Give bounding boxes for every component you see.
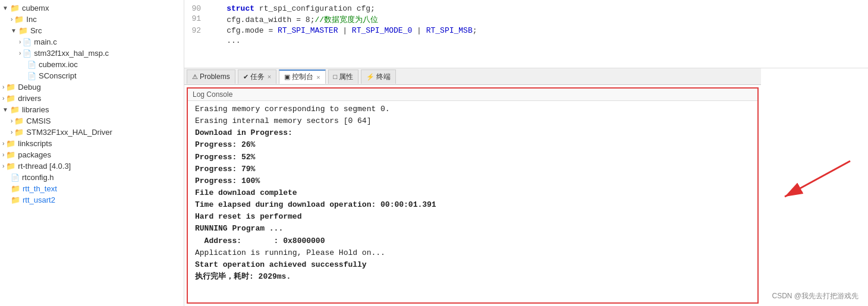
- console-line: Application is running, Please Hold on..…: [195, 247, 750, 259]
- file-icon: 📄: [23, 49, 32, 58]
- tab-终端[interactable]: ⚡ 终端: [361, 70, 396, 84]
- sidebar-item[interactable]: ▼📁cubemx: [0, 2, 184, 14]
- folder-icon: 📁: [6, 139, 15, 148]
- folder-icon: 📁: [11, 195, 20, 204]
- arrow-icon: ▼: [11, 27, 17, 34]
- sidebar-item-label: cubemx: [22, 4, 49, 12]
- sidebar-item-label: stm32f1xx_hal_msp.c: [34, 49, 109, 58]
- tab-label: 任务: [250, 72, 265, 82]
- tab-label: 终端: [376, 72, 391, 82]
- sidebar-item-label: STM32F1xx_HAL_Driver: [26, 128, 112, 137]
- line-code: ...: [208, 36, 241, 45]
- watermark: CSDN @我先去打把游戏先: [772, 291, 858, 301]
- sidebar-item-label: drivers: [18, 94, 41, 103]
- tab-close-icon[interactable]: ×: [316, 74, 320, 81]
- sidebar-item[interactable]: ›📁STM32F1xx_HAL_Driver: [0, 127, 184, 138]
- sidebar-item[interactable]: ›📁linkscripts: [0, 138, 184, 149]
- console-line: Progress: 52%: [195, 152, 750, 163]
- sidebar-item[interactable]: 📄rtconfig.h: [0, 172, 184, 183]
- main-area: 90 struct rt_spi_configuration cfg; 91 c…: [184, 0, 868, 306]
- arrow-icon: ›: [2, 84, 4, 90]
- console-panel: Log Console Erasing memory corresponding…: [187, 87, 759, 304]
- folder-icon: 📁: [6, 94, 15, 103]
- arrow-icon: ›: [2, 95, 4, 102]
- line-number: 90: [184, 4, 208, 13]
- sidebar-item[interactable]: ›📁Inc: [0, 14, 184, 25]
- red-arrow-icon: [773, 155, 856, 209]
- line-code: cfg.data_width = 8;//数据宽度为八位: [208, 14, 378, 25]
- tab-icon: ✔: [243, 73, 249, 81]
- console-line: Progress: 79%: [195, 163, 750, 175]
- folder-icon: 📁: [6, 162, 15, 171]
- arrow-icon: ▼: [2, 106, 8, 113]
- console-line: Download in Progress:: [195, 127, 750, 139]
- code-line: 92 cfg.mode = RT_SPI_MASTER | RT_SPI_MOD…: [184, 26, 868, 36]
- file-icon: 📄: [11, 173, 20, 182]
- sidebar-item-label: cubemx.ioc: [39, 60, 78, 69]
- console-line: Erasing memory corresponding to segment …: [195, 103, 750, 115]
- console-line: Progress: 100%: [195, 175, 750, 187]
- arrow-area: [761, 68, 868, 306]
- console-line: Hard reset is performed: [195, 211, 750, 223]
- tab-icon: ▣: [284, 73, 290, 81]
- folder-icon: 📁: [11, 184, 20, 193]
- sidebar-item[interactable]: ▼📁libraries: [0, 104, 184, 115]
- tab-close-icon[interactable]: ×: [268, 73, 271, 80]
- tab-label: 属性: [339, 72, 353, 82]
- tab-icon: □: [334, 73, 338, 80]
- console-line: File download complete: [195, 187, 750, 199]
- console-line: Erasing internal memory sectors [0 64]: [195, 115, 750, 127]
- sidebar-item[interactable]: ›📁CMSIS: [0, 115, 184, 127]
- arrow-icon: ›: [11, 118, 12, 124]
- sidebar-item[interactable]: 📄SConscript: [0, 70, 184, 81]
- sidebar-item[interactable]: ›📁Debug: [0, 81, 184, 93]
- code-line: 90 struct rt_spi_configuration cfg;: [184, 4, 868, 14]
- svg-line-1: [785, 161, 850, 197]
- bottom-row: ⚠ Problems ✔ 任务 × ▣ 控制台 × □ 属性 ⚡ 终端 Log …: [184, 68, 868, 306]
- sidebar-item[interactable]: ›📄main.c: [0, 36, 184, 48]
- sidebar-item[interactable]: ›📁packages: [0, 149, 184, 160]
- tab-属性[interactable]: □ 属性: [328, 70, 359, 84]
- folder-icon: 📁: [6, 83, 15, 92]
- sidebar-item[interactable]: ›📁drivers: [0, 93, 184, 104]
- folder-icon: 📁: [14, 128, 24, 137]
- tab-icon: ⚡: [366, 73, 375, 81]
- console-line: Address: : 0x8000000: [195, 235, 750, 247]
- arrow-icon: ›: [19, 39, 21, 45]
- sidebar-item-label: main.c: [34, 37, 56, 46]
- folder-icon: 📁: [14, 116, 24, 125]
- line-code: cfg.mode = RT_SPI_MASTER | RT_SPI_MODE_0…: [208, 26, 477, 35]
- file-icon: 📄: [23, 38, 32, 46]
- arrow-icon: ›: [11, 129, 12, 135]
- tab-label: 控制台: [292, 72, 313, 82]
- sidebar-item-label: CMSIS: [26, 116, 51, 125]
- folder-icon: 📁: [18, 26, 28, 35]
- line-number: 92: [184, 26, 208, 35]
- folder-icon: 📁: [10, 4, 20, 12]
- sidebar-item-label: rtconfig.h: [22, 173, 54, 182]
- sidebar-item[interactable]: ▼📁Src: [0, 25, 184, 36]
- sidebar-item[interactable]: ›📄stm32f1xx_hal_msp.c: [0, 48, 184, 59]
- arrow-icon: ›: [2, 152, 4, 158]
- folder-icon: 📁: [14, 15, 24, 24]
- tab-Problems[interactable]: ⚠ Problems: [187, 70, 235, 84]
- tab-icon: ⚠: [192, 73, 198, 81]
- sidebar-item-label: rtt_usart2: [23, 195, 55, 204]
- console-line: Progress: 26%: [195, 139, 750, 151]
- sidebar-item[interactable]: ›📁rt-thread [4.0.3]: [0, 160, 184, 172]
- sidebar-item[interactable]: 📁rtt_th_text: [0, 183, 184, 194]
- tab-控制台[interactable]: ▣ 控制台 ×: [279, 70, 325, 84]
- sidebar-item-label: libraries: [22, 105, 49, 114]
- tab-任务[interactable]: ✔ 任务 ×: [238, 70, 276, 84]
- sidebar-item-label: Inc: [26, 15, 36, 24]
- sidebar-item-label: packages: [18, 150, 51, 159]
- console-body: Erasing memory corresponding to segment …: [188, 101, 757, 302]
- console-line: Start operation achieved successfully: [195, 259, 750, 271]
- sidebar-item-label: linkscripts: [18, 139, 52, 148]
- line-number: 91: [184, 14, 208, 23]
- line-code: struct rt_spi_configuration cfg;: [208, 4, 375, 13]
- console-line: Time elapsed during download operation: …: [195, 199, 750, 211]
- sidebar-item[interactable]: 📁rtt_usart2: [0, 194, 184, 206]
- console-header: Log Console: [188, 89, 757, 101]
- sidebar-item[interactable]: 📄cubemx.ioc: [0, 59, 184, 70]
